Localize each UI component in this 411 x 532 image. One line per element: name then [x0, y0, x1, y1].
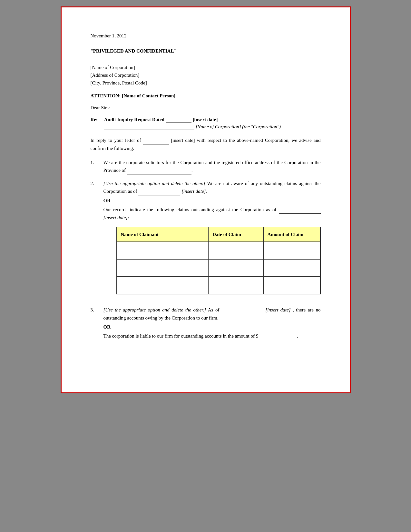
- salutation: Dear Sirs:: [91, 105, 321, 111]
- table-row: [117, 242, 320, 259]
- item3-content: [Use the appropriate option and delete t…: [103, 306, 321, 341]
- list-item-2: 2. [Use the appropriate option and delet…: [91, 180, 321, 301]
- table-cell: [117, 277, 208, 294]
- re-prefix: Audit Inquiry Request Dated: [104, 117, 164, 122]
- re-block: Re: Audit Inquiry Request Dated [insert …: [91, 117, 321, 130]
- item3-date-blank: [221, 306, 263, 314]
- item3-para2: The corporation is liable to our firm fo…: [103, 332, 321, 340]
- item1-content: We are the corporate solicitors for the …: [103, 159, 321, 174]
- item3-option-text: [Use the appropriate option and delete t…: [103, 307, 206, 312]
- item2-insert: [insert date].: [181, 189, 207, 194]
- item3-text2: The corporation is liable to our firm fo…: [103, 333, 259, 339]
- attention-line: ATTENTION: [Name of Contact Person]: [91, 93, 321, 99]
- list-item-3: 3. [Use the appropriate option and delet…: [91, 306, 321, 341]
- item2-insert2: [insert date]:: [103, 215, 129, 220]
- item2-or: OR: [103, 197, 321, 204]
- item2-para1: [Use the appropriate option and delete t…: [103, 180, 321, 195]
- item3-or: OR: [103, 323, 321, 331]
- table-cell: [117, 242, 208, 259]
- intro-text: In reply to your letter of: [91, 138, 141, 143]
- table-cell: [263, 259, 320, 277]
- document-page: November 1, 2012 "PRIVILEGED AND CONFIDE…: [61, 6, 351, 393]
- item2-content: [Use the appropriate option and delete t…: [103, 180, 321, 301]
- address-block: [Name of Corporation] [Address of Corpor…: [91, 64, 321, 87]
- col-header-name: Name of Claimant: [117, 227, 208, 242]
- table-header-row: Name of Claimant Date of Claim Amount of…: [117, 227, 320, 242]
- item2-or-text: OR: [103, 198, 111, 203]
- item2-num: 2.: [91, 180, 97, 301]
- re-italic-corp: [Name of Corporation] (the "Corporation"…: [196, 124, 281, 129]
- re-content: Audit Inquiry Request Dated [insert date…: [104, 117, 321, 130]
- table-cell: [208, 259, 263, 277]
- col-header-date: Date of Claim: [208, 227, 263, 242]
- item3-para1: [Use the appropriate option and delete t…: [103, 306, 321, 322]
- intro-insert: [insert date]: [171, 138, 195, 143]
- item1-blank: [127, 166, 191, 174]
- re-label: Re:: [91, 117, 98, 130]
- item3-or-text: OR: [103, 324, 111, 330]
- intro-paragraph: In reply to your letter of [insert date]…: [91, 136, 321, 152]
- item1-suffix: .: [191, 168, 193, 173]
- item3-amount-blank: [258, 332, 297, 340]
- table-cell: [263, 242, 320, 259]
- table-row: [117, 277, 320, 294]
- item2-text2: Our records indicate the following claim…: [103, 207, 277, 212]
- re-blank-long: [104, 124, 194, 130]
- table-row: [117, 259, 320, 277]
- re-insert-date: [insert date]: [193, 117, 218, 122]
- claims-table: Name of Claimant Date of Claim Amount of…: [116, 227, 321, 294]
- item3-num: 3.: [91, 306, 97, 341]
- item1-num: 1.: [91, 159, 97, 174]
- confidential-header: "PRIVILEGED AND CONFIDENTIAL": [91, 48, 321, 54]
- table-cell: [263, 277, 320, 294]
- item2-option-text: [Use the appropriate option and delete t…: [103, 181, 205, 186]
- item3-insert: [insert date]: [265, 307, 290, 312]
- table-body: [117, 242, 320, 294]
- item2-para2: Our records indicate the following claim…: [103, 206, 321, 222]
- list-item-1: 1. We are the corporate solicitors for t…: [91, 159, 321, 174]
- re-blank-date: [166, 117, 193, 122]
- item2-date-blank2: [279, 206, 321, 214]
- address-line3: [City, Province, Postal Code]: [91, 79, 321, 87]
- re-line1: Audit Inquiry Request Dated [insert date…: [104, 117, 321, 123]
- table-cell: [208, 277, 263, 294]
- item2-date-blank: [138, 187, 180, 195]
- address-line2: [Address of Corporation]: [91, 71, 321, 79]
- re-line2: [Name of Corporation] (the "Corporation"…: [104, 124, 321, 130]
- table-cell: [208, 242, 263, 259]
- table-cell: [117, 259, 208, 277]
- col-header-amount: Amount of Claim: [263, 227, 320, 242]
- numbered-list: 1. We are the corporate solicitors for t…: [91, 159, 321, 341]
- item3-as-of: As of: [208, 307, 220, 312]
- item3-suffix2: .: [297, 333, 298, 339]
- intro-blank: [143, 138, 171, 143]
- address-line1: [Name of Corporation]: [91, 64, 321, 71]
- date: November 1, 2012: [91, 33, 321, 39]
